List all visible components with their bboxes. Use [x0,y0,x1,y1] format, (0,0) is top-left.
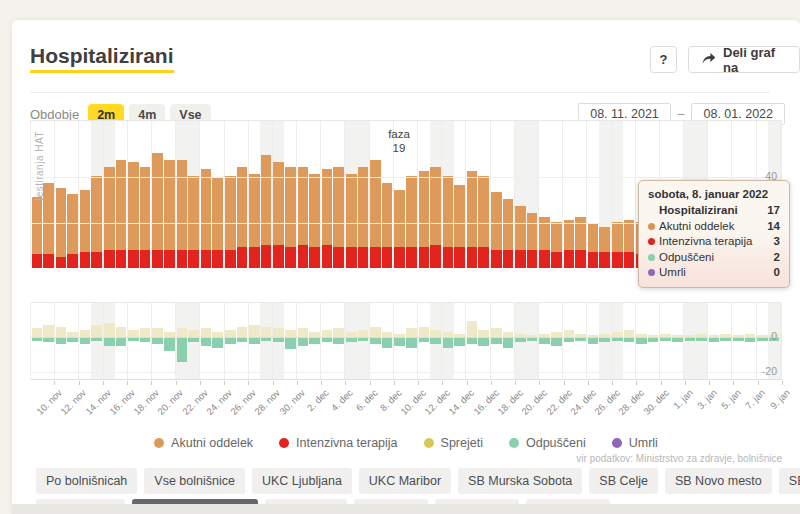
admissions-bar-day[interactable] [104,303,116,379]
admissions-bar-day[interactable] [491,303,503,379]
admissions-bar-day[interactable] [333,303,346,379]
admissions-bar-day[interactable] [696,303,709,379]
hospital-chip-vse-bolni-nice[interactable]: Vse bolnišnice [144,468,245,494]
admissions-bar-day[interactable] [587,303,599,379]
admissions-bar-day[interactable] [115,303,128,379]
admissions-bar-day[interactable] [297,303,309,379]
hospitalized-bar-day[interactable] [623,121,636,268]
admissions-bar-day[interactable] [79,303,91,379]
admissions-bar-day[interactable] [152,303,164,379]
hospitalized-bar-day[interactable] [478,121,491,268]
admissions-bar-day[interactable] [67,303,80,379]
hospitalized-bar-day[interactable] [236,121,249,268]
admissions-bar-day[interactable] [478,303,491,379]
admissions-bar-day[interactable] [357,303,370,379]
admissions-bar-day[interactable] [671,303,684,379]
hospitalized-bar-day[interactable] [539,121,551,268]
legend-item[interactable]: Sprejeti [424,436,483,450]
hospitalized-bar-day[interactable] [297,121,309,268]
admissions-bar-day[interactable] [551,303,564,379]
legend-item[interactable]: Intenzivna terapija [279,436,397,450]
admissions-bar-day[interactable] [91,303,104,379]
hospital-chip-ukc-maribor[interactable]: UKC Maribor [359,468,451,494]
admissions-bar-day[interactable] [128,303,140,379]
hospitalized-bar-day[interactable] [115,121,128,268]
hospitalized-bar-day[interactable] [430,121,443,268]
hospitalized-bar-day[interactable] [176,121,188,268]
admissions-bar-day[interactable] [708,303,720,379]
hospitalized-bar-day[interactable] [502,121,515,268]
admissions-bar-day[interactable] [418,303,430,379]
admissions-bar-day[interactable] [249,303,261,379]
hospitalized-bar-day[interactable] [333,121,346,268]
hospitalized-bar-day[interactable] [466,121,478,268]
hospitalized-bar-day[interactable] [563,121,575,268]
admissions-bar-day[interactable] [381,303,394,379]
admissions-bar-day[interactable] [744,303,757,379]
help-button[interactable]: ? [650,46,677,73]
admissions-bar-day[interactable] [31,303,43,379]
admissions-bar-day[interactable] [139,303,152,379]
hospitalized-bar-day[interactable] [612,121,624,268]
hospitalized-bar-day[interactable] [454,121,467,268]
hospitalized-bar-day[interactable] [551,121,564,268]
hospitalized-bar-day[interactable] [526,121,539,268]
hospitalized-bar-day[interactable] [200,121,212,268]
hospital-chip-sb-nova-gorica[interactable]: SB Nova Gorica [779,468,800,494]
hospitalized-bar-day[interactable] [91,121,104,268]
hospitalized-bar-day[interactable] [79,121,91,268]
admissions-bar-day[interactable] [260,303,273,379]
admissions-bar-day[interactable] [515,303,527,379]
admissions-bar-day[interactable] [225,303,237,379]
hospital-chip-ukc-ljubljana[interactable]: UKC Ljubljana [252,468,352,494]
admissions-bar-day[interactable] [273,303,285,379]
hospitalized-bar-day[interactable] [212,121,225,268]
hospitalized-bar-day[interactable] [164,121,177,268]
hospitalized-bar-day[interactable] [587,121,599,268]
admissions-bar-day[interactable] [623,303,636,379]
admissions-bar-day[interactable] [164,303,177,379]
admissions-bar-day[interactable] [405,303,418,379]
admissions-bar-day[interactable] [636,303,648,379]
hospitalized-bar-day[interactable] [188,121,201,268]
hospitalized-bar-day[interactable] [442,121,454,268]
hospitalized-bar-day[interactable] [321,121,333,268]
admissions-bar-day[interactable] [188,303,201,379]
hospitalized-bar-day[interactable] [491,121,503,268]
admissions-bar-day[interactable] [526,303,539,379]
share-button[interactable]: Deli graf na [688,46,800,73]
hospitalized-bar-day[interactable] [345,121,357,268]
hospitalized-bar-day[interactable] [67,121,80,268]
admissions-bar-day[interactable] [575,303,588,379]
admissions-bar-day[interactable] [345,303,357,379]
admissions-bar-day[interactable] [454,303,467,379]
hospitalized-bar-day[interactable] [260,121,273,268]
admissions-bar-day[interactable] [612,303,624,379]
hospitalized-bar-day[interactable] [599,121,612,268]
hospitalized-bar-day[interactable] [139,121,152,268]
admissions-bar-day[interactable] [370,303,382,379]
hospital-chip-sb-novo-mesto[interactable]: SB Novo mesto [665,468,772,494]
admissions-bar-day[interactable] [212,303,225,379]
admissions-bar-day[interactable] [200,303,212,379]
hospitalized-bar-day[interactable] [357,121,370,268]
admissions-bar-day[interactable] [720,303,733,379]
hospital-chip-sb-celje[interactable]: SB Celje [589,468,658,494]
admissions-bar-day[interactable] [55,303,67,379]
hospitalized-bar-day[interactable] [55,121,67,268]
hospital-chip-po-bolni-nicah[interactable]: Po bolnišnicah [36,468,137,494]
hospital-chip-sb-murska-sobota[interactable]: SB Murska Sobota [458,468,582,494]
admissions-bar-day[interactable] [394,303,406,379]
legend-item[interactable]: Odpuščeni [509,436,586,450]
admissions-bar-day[interactable] [647,303,660,379]
admissions-bar-day[interactable] [599,303,612,379]
admissions-bar-day[interactable] [176,303,188,379]
admissions-bar-day[interactable] [321,303,333,379]
admissions-bar-day[interactable] [466,303,478,379]
admissions-bar-day[interactable] [284,303,297,379]
legend-item[interactable]: Akutni oddelek [154,436,253,450]
hospitalized-bar-day[interactable] [225,121,237,268]
admissions-bar-day[interactable] [502,303,515,379]
admissions-bar-day[interactable] [442,303,454,379]
admissions-bar-day[interactable] [684,303,696,379]
